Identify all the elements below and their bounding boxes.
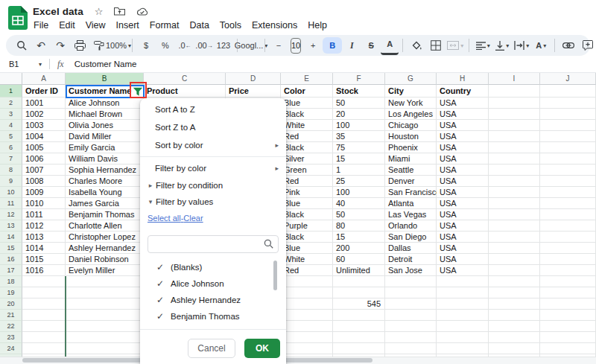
cell-A18[interactable] <box>22 276 66 287</box>
cell-A23[interactable] <box>22 332 66 343</box>
cell-J10[interactable] <box>540 187 596 198</box>
cell-F11[interactable]: 40 <box>333 198 385 209</box>
cell-A21[interactable] <box>22 310 66 321</box>
menu-help[interactable]: Help <box>302 19 332 32</box>
cell-H8[interactable]: USA <box>437 165 489 176</box>
row-header-7[interactable]: 7 <box>0 153 22 165</box>
col-header-C[interactable]: C <box>144 73 226 85</box>
cell-J13[interactable] <box>540 220 596 232</box>
row-header-11[interactable]: 11 <box>0 198 22 209</box>
cell-G22[interactable] <box>385 321 437 332</box>
col-header-E[interactable]: E <box>281 73 333 85</box>
cell-F8[interactable]: 1 <box>333 165 385 176</box>
cell-J5[interactable] <box>540 131 596 142</box>
cell-G20[interactable] <box>385 298 437 310</box>
cell-I4[interactable] <box>489 120 540 131</box>
cell-G2[interactable]: New York <box>385 98 437 109</box>
cell-I22[interactable] <box>489 321 540 332</box>
cell-E1[interactable]: Color <box>281 85 333 98</box>
cancel-button[interactable]: Cancel <box>188 339 235 358</box>
cell-I9[interactable] <box>489 176 540 187</box>
cell-J24[interactable] <box>540 343 596 354</box>
cell-I17[interactable] <box>489 265 540 276</box>
cell-J18[interactable] <box>540 276 596 287</box>
cell-G5[interactable]: Houston <box>385 131 437 142</box>
cell-F6[interactable]: 75 <box>333 142 385 153</box>
cell-J14[interactable] <box>540 232 596 243</box>
cell-J4[interactable] <box>540 120 596 131</box>
cell-G9[interactable]: Denver <box>385 176 437 187</box>
cell-I2[interactable] <box>489 98 540 109</box>
fill-color-icon[interactable] <box>407 37 426 54</box>
cell-E6[interactable]: Black <box>281 142 333 153</box>
cell-G21[interactable] <box>385 310 437 321</box>
cell-J2[interactable] <box>540 98 596 109</box>
row-header-13[interactable]: 13 <box>0 220 22 232</box>
cell-A10[interactable]: 1009 <box>22 187 66 198</box>
cell-G23[interactable] <box>385 332 437 343</box>
cell-A2[interactable]: 1001 <box>22 98 66 109</box>
cell-A20[interactable] <box>22 298 66 310</box>
search-icon[interactable] <box>12 37 31 54</box>
cell-F4[interactable]: 100 <box>333 120 385 131</box>
cell-J20[interactable] <box>540 298 596 310</box>
menu-item-filter-by-condition[interactable]: ▸Filter by condition <box>140 177 286 194</box>
increase-decimal-button[interactable]: .00→ <box>194 37 214 54</box>
decrease-font-size-button[interactable]: − <box>269 37 288 54</box>
horizontal-align-icon[interactable]: ▾ <box>473 37 492 54</box>
cell-B8[interactable]: Sophia Hernandez <box>66 165 144 176</box>
row-header-22[interactable]: 22 <box>0 321 22 332</box>
cell-F20[interactable]: 545 <box>333 298 385 310</box>
cell-I3[interactable] <box>489 109 540 120</box>
select-all-corner[interactable] <box>0 73 22 85</box>
cell-H16[interactable]: USA <box>437 254 489 265</box>
cell-H19[interactable] <box>437 287 489 298</box>
cell-B24[interactable] <box>66 343 144 354</box>
cell-E15[interactable]: Blue <box>281 243 333 254</box>
decrease-decimal-button[interactable]: .0← <box>175 37 194 54</box>
row-header-3[interactable]: 3 <box>0 109 22 120</box>
cell-I13[interactable] <box>489 220 540 232</box>
cell-B5[interactable]: David Miller <box>66 131 144 142</box>
cell-G18[interactable] <box>385 276 437 287</box>
name-box[interactable]: B1 <box>9 60 28 68</box>
cell-G6[interactable]: Phoenix <box>385 142 437 153</box>
number-format-button[interactable]: 123 <box>214 37 233 54</box>
cell-B2[interactable]: Alice Johnson <box>66 98 144 109</box>
cell-F16[interactable]: 60 <box>333 254 385 265</box>
cell-E21[interactable] <box>281 310 333 321</box>
row-header-8[interactable]: 8 <box>0 165 22 176</box>
cell-A16[interactable]: 1015 <box>22 254 66 265</box>
cloud-status-icon[interactable] <box>136 7 148 16</box>
cell-A8[interactable]: 1007 <box>22 165 66 176</box>
row-header-18[interactable]: 18 <box>0 276 22 287</box>
menu-item-filter-by-values[interactable]: ▾Filter by values <box>140 194 286 210</box>
cell-J6[interactable] <box>540 142 596 153</box>
cell-H14[interactable]: USA <box>437 232 489 243</box>
cell-G17[interactable]: San Jose <box>385 265 437 276</box>
cell-E20[interactable] <box>281 298 333 310</box>
row-header-16[interactable]: 16 <box>0 254 22 265</box>
filter-value-item[interactable]: ✓Alice Johnson <box>140 275 286 292</box>
cell-B11[interactable]: James Garcia <box>66 198 144 209</box>
cell-B14[interactable]: Christopher Lopez <box>66 232 144 243</box>
cell-B17[interactable]: Evelyn Miller <box>66 265 144 276</box>
cell-H1[interactable]: Country <box>437 85 489 98</box>
menu-item-sort-z-to-a[interactable]: Sort Z to A <box>140 118 286 136</box>
filter-value-item[interactable]: ✓Ashley Hernandez <box>140 292 286 308</box>
cell-I24[interactable] <box>489 343 540 354</box>
cell-E14[interactable]: Black <box>281 232 333 243</box>
cell-B21[interactable] <box>66 310 144 321</box>
clear-link[interactable]: Clear <box>183 214 203 223</box>
cell-H20[interactable] <box>437 298 489 310</box>
cell-F1[interactable]: Stock <box>333 85 385 98</box>
cell-F13[interactable]: 80 <box>333 220 385 232</box>
cell-H24[interactable] <box>437 343 489 354</box>
cell-I8[interactable] <box>489 165 540 176</box>
cell-A1[interactable]: Order ID <box>22 85 66 98</box>
cell-F7[interactable]: 15 <box>333 153 385 165</box>
cell-E12[interactable]: Black <box>281 209 333 220</box>
cell-B12[interactable]: Benjamin Thomas <box>66 209 144 220</box>
cell-H13[interactable]: USA <box>437 220 489 232</box>
menu-data[interactable]: Data <box>184 19 214 32</box>
